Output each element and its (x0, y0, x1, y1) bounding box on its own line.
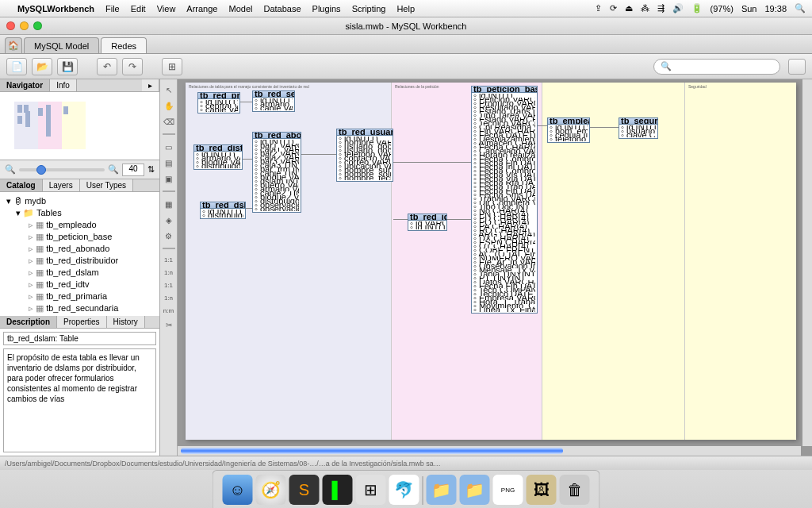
battery-icon[interactable]: 🔋 (691, 3, 703, 13)
tree-table[interactable]: tb_red_dslam (3, 267, 156, 279)
entity-tb-peticion-base[interactable]: tb_peticion_base ◦ id INT(1)◦ Peticion V… (471, 86, 538, 314)
relation-n-m[interactable]: n:m (162, 305, 176, 316)
dock-png-file-icon[interactable]: PNG (493, 475, 523, 505)
menu-edit[interactable]: Edit (131, 4, 146, 13)
tree-table[interactable]: tb_red_secundaria (3, 302, 156, 314)
tab-info[interactable]: Info (50, 79, 77, 91)
eraser-tool[interactable]: ⌫ (162, 114, 176, 129)
menu-view[interactable]: View (157, 4, 176, 13)
routine-tool[interactable]: ⚙ (162, 229, 176, 243)
tree-table[interactable]: tb_red_distribuidor (3, 255, 156, 267)
zoom-stepper[interactable]: ⇅ (147, 164, 155, 175)
open-file-button[interactable]: 📂 (32, 58, 52, 75)
dock-image-icon[interactable]: 🖼 (527, 475, 557, 505)
tree-table[interactable]: tb_red_idtv (3, 279, 156, 291)
dock-terminal-icon[interactable]: ▌ (323, 475, 353, 505)
table-tool[interactable]: ▦ (162, 197, 176, 211)
dock-folder-icon[interactable]: 📁 (427, 475, 457, 505)
grid-button[interactable]: ⊞ (162, 58, 182, 75)
tree-table[interactable]: tb_empleado (3, 219, 156, 231)
canvas-scrollbar-vertical[interactable] (802, 79, 812, 446)
menu-file[interactable]: File (105, 4, 120, 13)
search-go-button[interactable] (788, 59, 806, 75)
dock-calculator-icon[interactable]: ⊞ (356, 475, 386, 505)
tab-layers[interactable]: Layers (43, 179, 80, 191)
menu-database[interactable]: Database (263, 4, 301, 13)
tab-mysql-model[interactable]: MySQL Model (24, 37, 99, 53)
menu-model[interactable]: Model (228, 4, 252, 13)
pointer-tool[interactable]: ↖ (162, 83, 176, 97)
menu-plugins[interactable]: Plugins (312, 4, 341, 13)
entity-tb-red-dslam[interactable]: tb_red_dslam ◦ id INT(1)◦ distribuidor V… (200, 202, 246, 219)
close-window-button[interactable] (6, 21, 15, 30)
model-overview[interactable] (0, 92, 159, 160)
minimize-window-button[interactable] (20, 21, 29, 30)
app-menu[interactable]: MySQLWorkbench (17, 4, 94, 13)
zoom-value[interactable]: 40 (122, 164, 144, 176)
home-tab[interactable]: 🏠 (5, 37, 22, 53)
tab-description[interactable]: Description (0, 316, 57, 328)
wifi-icon[interactable]: ⇶ (657, 3, 665, 13)
region-seguridad[interactable]: Seguridad (685, 83, 796, 440)
spotlight-icon[interactable]: 🔍 (795, 3, 806, 13)
note-tool[interactable]: ▤ (162, 156, 176, 170)
entity-tb-red-usuario[interactable]: tb_red_usuario ◦ id INT(1)◦ nombre VARCH… (336, 129, 393, 182)
zoom-window-button[interactable] (33, 21, 42, 30)
entity-tb-red-primaria[interactable]: tb_red_primaria ◦ id INT(1)◦ central VAR… (197, 92, 240, 114)
tab-properties[interactable]: Properties (57, 316, 107, 328)
relation-1-1-id[interactable]: 1:1 (162, 279, 176, 291)
save-file-button[interactable]: 💾 (57, 58, 78, 75)
search-input[interactable]: 🔍 (653, 59, 780, 75)
tree-table[interactable]: tb_red_abonado (3, 243, 156, 255)
new-file-button[interactable]: 📄 (6, 58, 27, 75)
entity-tb-red-secundaria[interactable]: tb_red_secundaria ◦ id INT(1)◦ armario V… (252, 90, 295, 112)
menu-scripting[interactable]: Scripting (352, 4, 386, 13)
relation-1-1-nonid[interactable]: 1:1 (162, 254, 176, 265)
dropbox-icon[interactable]: ⇪ (595, 3, 602, 13)
volume-icon[interactable]: 🔊 (672, 3, 684, 13)
hand-tool[interactable]: ✋ (162, 98, 176, 113)
zoom-in-button[interactable]: 🔍 (108, 164, 119, 175)
collapse-panel-button[interactable]: ▸ (142, 79, 159, 91)
redo-button[interactable]: ↷ (122, 58, 143, 75)
zoom-out-button[interactable]: 🔍 (5, 164, 16, 175)
bluetooth-icon[interactable]: ⁂ (641, 3, 649, 13)
dock-finder-icon[interactable]: ☺ (223, 475, 253, 505)
menu-help[interactable]: Help (396, 4, 415, 13)
dock-folder-icon[interactable]: 📁 (460, 475, 490, 505)
entity-tb-red-abonado[interactable]: tb_red_abonado ◦ id INT(1)◦ par1 VARCHAR… (252, 132, 301, 213)
tree-table[interactable]: tb_peticion_base (3, 231, 156, 243)
tree-table[interactable]: tb_red_primaria (3, 291, 156, 302)
dock-sublime-icon[interactable]: S (289, 475, 320, 505)
entity-tb-red-distribuidor[interactable]: tb_red_distribuidor ◦ id INT(1)◦ armario… (193, 144, 243, 170)
diagram-canvas-viewport[interactable]: Relaciones de tabla para el manejo consi… (178, 79, 812, 456)
view-tool[interactable]: ◈ (162, 213, 176, 227)
clock-time[interactable]: 19:38 (764, 4, 787, 13)
tree-database[interactable]: 🛢 mydb (3, 195, 156, 207)
tree-tables-folder[interactable]: Tables (3, 207, 156, 219)
tab-navigator[interactable]: Navigator (0, 79, 50, 91)
canvas-scrollbar-horizontal[interactable] (178, 446, 801, 456)
relation-existing-tool[interactable]: ✂ (162, 318, 176, 332)
tab-user-types[interactable]: User Types (80, 179, 133, 191)
clock-day[interactable]: Sun (741, 4, 757, 13)
diagram-canvas[interactable]: Relaciones de tabla para el manejo consi… (186, 83, 796, 440)
dock-trash-icon[interactable]: 🗑 (560, 475, 590, 505)
relation-1-n-id[interactable]: 1:n (162, 292, 176, 303)
tab-catalog[interactable]: Catalog (0, 179, 43, 191)
dock-mysqlworkbench-icon[interactable]: 🐬 (389, 475, 419, 505)
zoom-slider[interactable] (19, 168, 105, 171)
sync-icon[interactable]: ⟳ (610, 3, 617, 13)
undo-button[interactable]: ↶ (97, 58, 117, 75)
image-tool[interactable]: ▣ (162, 171, 176, 186)
description-object-field[interactable]: tb_red_dslam: Table (3, 332, 156, 345)
description-textarea[interactable]: El propósito de esta tabla es llevar un … (3, 348, 156, 452)
relation-1-n-nonid[interactable]: 1:n (162, 267, 176, 278)
entity-tb-red-idtv[interactable]: tb_red_idtv ◦ id VARCHAR(4)◦ id INT(1) (408, 214, 447, 231)
tab-history[interactable]: History (107, 316, 145, 328)
eject-icon[interactable]: ⏏ (625, 3, 633, 13)
entity-tb-empleado[interactable]: tb_empleado ◦ id INT(1)◦ nom_emple INT◦ … (547, 117, 590, 143)
entity-tb-seguridad[interactable]: tb_seguridad ◦ id INT(1)◦ usuario CHAR(4… (619, 117, 658, 139)
tab-redes[interactable]: Redes (101, 37, 147, 53)
layer-tool[interactable]: ▭ (162, 140, 176, 154)
